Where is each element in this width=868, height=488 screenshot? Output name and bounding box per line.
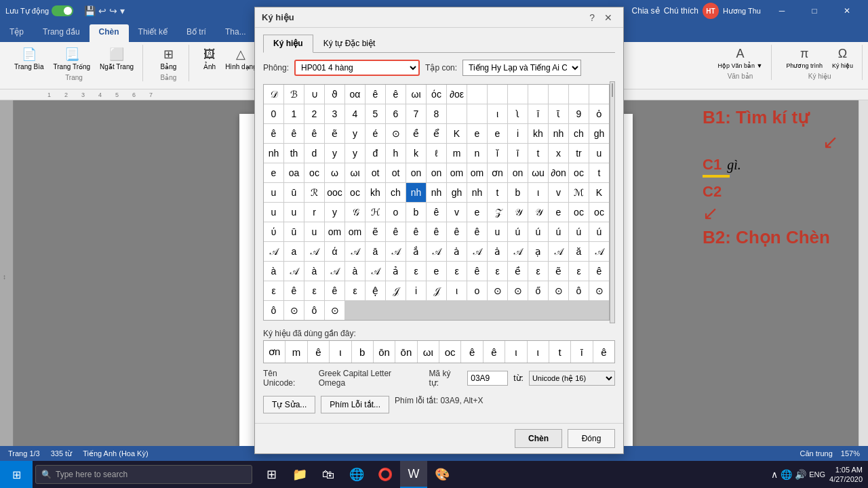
char-cell[interactable]: ε <box>528 262 548 281</box>
char-cell[interactable]: 2 <box>304 104 324 123</box>
char-cell[interactable]: ê <box>427 203 446 222</box>
char-cell[interactable]: ô <box>304 301 324 320</box>
char-cell[interactable]: om <box>325 222 344 241</box>
trang-trong-btn[interactable]: 📃 Trang Trống <box>50 45 94 73</box>
char-cell[interactable]: ch <box>386 183 406 202</box>
char-cell[interactable]: ô <box>569 281 589 300</box>
user-avatar[interactable]: HT <box>703 3 719 19</box>
char-cell[interactable]: 𝒜 <box>264 242 283 261</box>
char-cell[interactable]: ĭ <box>488 144 507 163</box>
char-cell[interactable]: ȧ <box>488 242 507 261</box>
char-cell[interactable]: y <box>325 144 344 163</box>
char-cell[interactable]: y <box>325 203 344 222</box>
char-cell[interactable]: 4 <box>345 104 365 123</box>
char-cell[interactable]: oc <box>345 183 365 202</box>
char-cell[interactable]: ε <box>488 262 507 281</box>
char-cell[interactable]: ê <box>304 124 324 143</box>
char-cell[interactable]: ∂oε <box>447 85 467 104</box>
taskbar-files-btn[interactable]: 📁 <box>286 461 313 488</box>
char-cell[interactable]: e <box>427 262 446 281</box>
char-cell[interactable]: tr <box>569 144 589 163</box>
char-cell[interactable]: 8 <box>427 104 446 123</box>
char-cell[interactable]: ê <box>467 222 487 241</box>
char-cell[interactable]: 𝒜 <box>284 262 304 281</box>
char-cell[interactable]: a <box>284 242 304 261</box>
char-cell[interactable]: ℛ <box>304 183 324 202</box>
tab-tep[interactable]: Tệp <box>0 24 33 42</box>
taskbar-paint-btn[interactable]: 🎨 <box>429 461 456 488</box>
char-cell[interactable]: K <box>447 124 467 143</box>
autosave-toggle[interactable] <box>52 5 73 16</box>
char-cell[interactable]: ℳ <box>569 183 589 202</box>
recent-char-cell[interactable]: ê <box>593 341 614 363</box>
char-cell[interactable]: 𝒜 <box>508 242 528 261</box>
dialog-close-btn[interactable]: ✕ <box>600 9 616 26</box>
char-cell[interactable]: όc <box>427 85 446 104</box>
recent-char-cell[interactable]: ōn <box>395 341 416 363</box>
char-cell[interactable]: t <box>488 183 507 202</box>
char-cell[interactable]: ê <box>406 222 426 241</box>
taskbar-apps-btn[interactable]: ⊞ <box>258 461 285 488</box>
char-cell[interactable]: ú <box>589 222 609 241</box>
char-cell[interactable]: ô <box>264 301 283 320</box>
char-cell[interactable]: ⊙ <box>549 281 568 300</box>
from-select[interactable]: Unicode (hệ 16) <box>529 371 615 386</box>
char-cell[interactable]: ε <box>406 262 426 281</box>
char-cell[interactable]: e <box>467 124 487 143</box>
char-cell[interactable]: ε <box>345 281 365 300</box>
char-cell[interactable]: gh <box>589 124 609 143</box>
dialog-help-btn[interactable]: ? <box>589 12 595 23</box>
char-cell[interactable]: om <box>345 222 365 241</box>
char-cell[interactable]: 0 <box>264 104 283 123</box>
char-cell[interactable] <box>467 104 487 123</box>
char-cell[interactable]: i <box>508 124 528 143</box>
char-cell[interactable] <box>488 85 507 104</box>
char-cell[interactable]: ℬ <box>284 85 304 104</box>
start-btn[interactable]: ⊞ <box>0 461 33 488</box>
char-cell[interactable]: 𝒜 <box>325 262 344 281</box>
taskbar-edge-btn[interactable]: 🌐 <box>343 461 370 488</box>
share-btn[interactable]: Chia sẻ <box>632 6 660 16</box>
char-cell[interactable]: ú <box>528 222 548 241</box>
char-cell[interactable]: ι <box>488 104 507 123</box>
char-cell[interactable]: ȯ <box>589 104 609 123</box>
char-cell[interactable]: b <box>406 203 426 222</box>
char-cell[interactable]: ā <box>366 242 385 261</box>
tab-other[interactable]: Tha... <box>216 24 256 42</box>
char-cell[interactable]: ệ <box>366 281 385 300</box>
tab-thietke[interactable]: Thiết kế <box>129 24 177 42</box>
char-cell[interactable]: y <box>345 144 365 163</box>
char-cell[interactable]: e <box>264 163 283 182</box>
char-cell[interactable]: ι <box>528 183 548 202</box>
char-cell[interactable]: oa <box>284 163 304 182</box>
char-cell[interactable]: ωι <box>406 85 426 104</box>
anh-btn[interactable]: 🖼 Ảnh <box>200 45 219 73</box>
char-cell[interactable]: nh <box>427 183 446 202</box>
char-cell[interactable]: ℋ <box>366 203 385 222</box>
char-cell[interactable]: nh <box>264 144 283 163</box>
minimize-btn[interactable]: ─ <box>766 0 797 22</box>
taskbar-network-icon[interactable]: 🌐 <box>781 469 792 480</box>
char-cell[interactable]: οα <box>345 85 365 104</box>
char-cell[interactable]: ∂on <box>549 163 568 182</box>
char-cell[interactable]: ú <box>508 222 528 241</box>
char-cell[interactable]: ẽ <box>325 124 344 143</box>
ngat-trang-btn[interactable]: ⬜ Ngắt Trang <box>96 45 137 73</box>
char-cell[interactable]: ch <box>569 124 589 143</box>
char-cell[interactable]: ℓ <box>427 144 446 163</box>
char-cell[interactable]: ύ <box>264 222 283 241</box>
char-cell[interactable]: ő <box>528 281 548 300</box>
char-cell[interactable]: 𝒵 <box>488 203 507 222</box>
recent-char-cell[interactable]: ι <box>505 341 526 363</box>
char-cell[interactable]: gh <box>447 183 467 202</box>
char-cell[interactable]: on <box>406 163 426 182</box>
recent-char-cell[interactable]: ī <box>571 341 592 363</box>
char-cell[interactable]: ⊙ <box>386 124 406 143</box>
tab-chen[interactable]: Chèn <box>90 24 129 42</box>
taskbar-word-btn[interactable]: W <box>400 461 427 488</box>
char-cell[interactable]: ê <box>264 124 283 143</box>
char-cell[interactable]: K <box>589 183 609 202</box>
subset-select[interactable]: Tiếng Hy Lạp và Tiếng Ai Cập <box>462 60 581 76</box>
undo-icon[interactable]: ↩ <box>98 5 106 16</box>
char-cell[interactable]: y <box>345 124 365 143</box>
